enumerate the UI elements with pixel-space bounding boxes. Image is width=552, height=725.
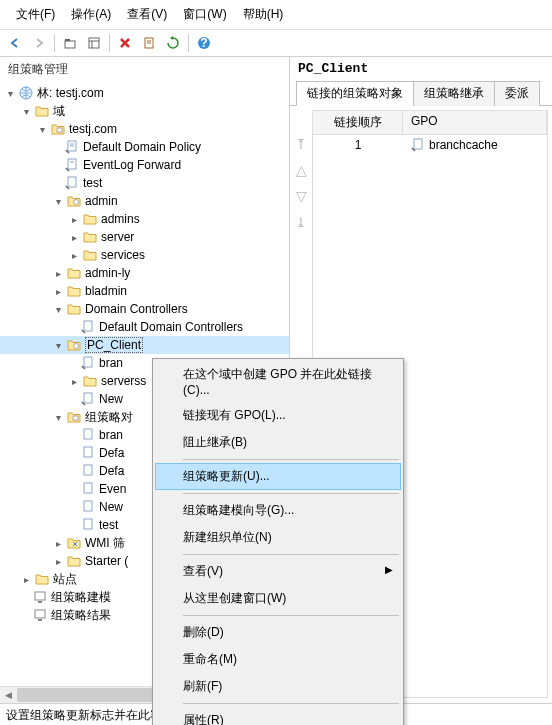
svg-rect-28 — [84, 501, 92, 511]
node-label: 站点 — [53, 571, 77, 588]
cm-gp-update[interactable]: 组策略更新(U)... — [155, 463, 401, 490]
menu-action[interactable]: 操作(A) — [63, 4, 119, 25]
grid-header: 链接顺序 GPO — [313, 111, 547, 135]
expand-icon[interactable]: ▸ — [52, 555, 64, 567]
expand-icon[interactable]: ▸ — [52, 537, 64, 549]
node-label: admins — [101, 212, 140, 226]
collapse-icon[interactable]: ▾ — [52, 339, 64, 351]
move-down-icon[interactable]: ▽ — [292, 188, 310, 206]
menu-file[interactable]: 文件(F) — [8, 4, 63, 25]
forward-button[interactable] — [28, 32, 50, 54]
tree-node-ou[interactable]: ▸ bladmin — [0, 282, 289, 300]
cm-block-inherit[interactable]: 阻止继承(B) — [155, 429, 401, 456]
expand-icon[interactable]: ▸ — [20, 573, 32, 585]
tree-node-ou[interactable]: ▾ Domain Controllers — [0, 300, 289, 318]
expand-icon[interactable]: ▸ — [68, 231, 80, 243]
toolbar-separator — [188, 34, 189, 52]
help-button[interactable]: ? — [193, 32, 215, 54]
tree-node-ou[interactable]: ▸ server — [0, 228, 289, 246]
node-label: Default Domain Policy — [83, 140, 201, 154]
expand-icon[interactable]: ▸ — [68, 249, 80, 261]
tree-node-ou[interactable]: ▸ admins — [0, 210, 289, 228]
move-top-icon[interactable]: ⤒ — [292, 136, 310, 154]
menu-separator — [183, 703, 399, 704]
menu-separator — [183, 493, 399, 494]
cm-link-gpo[interactable]: 链接现有 GPO(L)... — [155, 402, 401, 429]
cm-refresh[interactable]: 刷新(F) — [155, 673, 401, 700]
col-gpo[interactable]: GPO — [403, 111, 547, 134]
collapse-icon[interactable]: ▾ — [4, 87, 16, 99]
cm-new-ou[interactable]: 新建组织单位(N) — [155, 524, 401, 551]
tree-node-domains[interactable]: ▾ 域 — [0, 102, 289, 120]
svg-rect-27 — [84, 483, 92, 493]
collapse-icon[interactable]: ▾ — [52, 411, 64, 423]
svg-rect-30 — [35, 592, 45, 600]
collapse-icon[interactable]: ▾ — [36, 123, 48, 135]
cm-rename[interactable]: 重命名(M) — [155, 646, 401, 673]
tree-node-gpo[interactable]: Default Domain Controllers — [0, 318, 289, 336]
svg-rect-26 — [84, 465, 92, 475]
ou-icon — [66, 337, 82, 353]
tree-node-gpo[interactable]: test — [0, 174, 289, 192]
scroll-thumb[interactable] — [17, 688, 171, 702]
node-label: Domain Controllers — [85, 302, 188, 316]
refresh-button[interactable] — [162, 32, 184, 54]
svg-rect-19 — [84, 321, 92, 331]
ou-icon — [82, 247, 98, 263]
move-bottom-icon[interactable]: ⤓ — [292, 214, 310, 232]
tree-node-pc-client[interactable]: ▾ PC_Client — [0, 336, 289, 354]
cm-properties[interactable]: 属性(R) — [155, 707, 401, 725]
ou-icon — [82, 211, 98, 227]
gpo-link-icon — [80, 391, 96, 407]
menu-separator — [183, 615, 399, 616]
tree-node-domain[interactable]: ▾ testj.com — [0, 120, 289, 138]
table-row[interactable]: 1 branchcache — [313, 135, 547, 155]
tree-node-forest[interactable]: ▾ 林: testj.com — [0, 84, 289, 102]
node-label: 组策略结果 — [51, 607, 111, 624]
cm-new-window[interactable]: 从这里创建窗口(W) — [155, 585, 401, 612]
scroll-left-icon[interactable]: ◀ — [0, 687, 17, 703]
delete-button[interactable] — [114, 32, 136, 54]
tab-delegation[interactable]: 委派 — [494, 81, 540, 106]
cm-modeling-wizard[interactable]: 组策略建模向导(G)... — [155, 497, 401, 524]
svg-point-20 — [74, 344, 79, 349]
tree-node-ou[interactable]: ▸ services — [0, 246, 289, 264]
tree-node-gpo[interactable]: EventLog Forward — [0, 156, 289, 174]
properties-button[interactable] — [138, 32, 160, 54]
tab-linked-gpo[interactable]: 链接的组策略对象 — [296, 81, 414, 106]
tree-node-ou[interactable]: ▾ admin — [0, 192, 289, 210]
node-label: admin — [85, 194, 118, 208]
menu-view[interactable]: 查看(V) — [119, 4, 175, 25]
tree-node-gpo[interactable]: Default Domain Policy — [0, 138, 289, 156]
expand-icon[interactable]: ▸ — [52, 285, 64, 297]
svg-rect-11 — [57, 128, 62, 132]
cm-delete[interactable]: 删除(D) — [155, 619, 401, 646]
expand-icon[interactable]: ▸ — [52, 267, 64, 279]
expand-icon[interactable]: ▸ — [68, 213, 80, 225]
gpo-link-icon — [80, 319, 96, 335]
gpo-folder-icon — [66, 409, 82, 425]
expand-icon[interactable]: ▸ — [68, 375, 80, 387]
collapse-icon[interactable]: ▾ — [52, 195, 64, 207]
ou-icon — [66, 193, 82, 209]
up-button[interactable] — [59, 32, 81, 54]
ou-icon — [66, 283, 82, 299]
gpo-icon — [80, 517, 96, 533]
col-link-order[interactable]: 链接顺序 — [313, 111, 403, 134]
tab-inheritance[interactable]: 组策略继承 — [413, 81, 495, 106]
menu-window[interactable]: 窗口(W) — [175, 4, 234, 25]
show-hide-button[interactable] — [83, 32, 105, 54]
cm-create-gpo[interactable]: 在这个域中创建 GPO 并在此处链接(C)... — [155, 361, 401, 402]
collapse-icon[interactable]: ▾ — [20, 105, 32, 117]
move-up-icon[interactable]: △ — [292, 162, 310, 180]
tree-node-ou[interactable]: ▸ admin-ly — [0, 264, 289, 282]
gpo-icon — [80, 481, 96, 497]
back-button[interactable] — [4, 32, 26, 54]
node-label: bran — [99, 428, 123, 442]
menubar: 文件(F) 操作(A) 查看(V) 窗口(W) 帮助(H) — [0, 0, 552, 30]
collapse-icon[interactable]: ▾ — [52, 303, 64, 315]
svg-rect-29 — [84, 519, 92, 529]
node-label: Default Domain Controllers — [99, 320, 243, 334]
cm-view[interactable]: 查看(V)▶ — [155, 558, 401, 585]
menu-help[interactable]: 帮助(H) — [235, 4, 292, 25]
